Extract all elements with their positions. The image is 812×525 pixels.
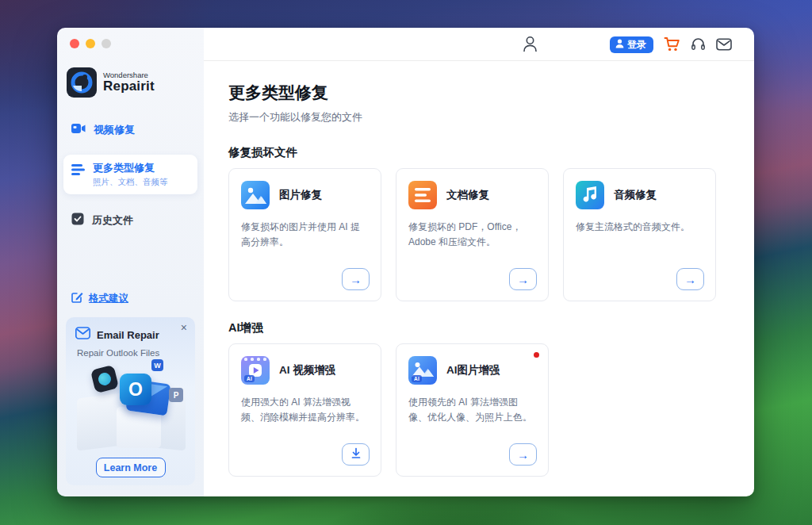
card-audio-repair[interactable]: 音频修复 修复主流格式的音频文件。 → bbox=[563, 168, 716, 301]
cart-icon[interactable] bbox=[664, 36, 680, 52]
mail-icon[interactable] bbox=[716, 38, 732, 51]
arrow-right-icon: → bbox=[350, 273, 362, 286]
promo-subtitle: Repair Outlook Files bbox=[77, 348, 186, 358]
card-description: 修复损坏的图片并使用 AI 提高分辨率。 bbox=[241, 220, 369, 250]
list-lines-icon bbox=[71, 163, 85, 178]
history-check-icon bbox=[71, 213, 84, 228]
ai-label: AI bbox=[412, 375, 422, 382]
close-window-button[interactable] bbox=[70, 39, 79, 48]
card-title: 图片修复 bbox=[279, 188, 322, 202]
brand-logo: Wondershare Repairit bbox=[67, 67, 204, 98]
user-icon bbox=[615, 39, 624, 51]
support-headset-icon[interactable] bbox=[691, 37, 706, 52]
promo-illustration: O W P bbox=[75, 361, 186, 445]
open-ai-image-enhance-button[interactable]: → bbox=[509, 443, 537, 466]
envelope-icon bbox=[75, 327, 90, 343]
minimize-window-button[interactable] bbox=[86, 39, 95, 48]
open-audio-repair-button[interactable]: → bbox=[676, 268, 704, 290]
edit-pencil-icon bbox=[71, 291, 83, 306]
sidebar-item-label: 更多类型修复 bbox=[93, 161, 168, 175]
card-document-repair[interactable]: 文档修复 修复损坏的 PDF，Office，Adobe 和压缩文件。 → bbox=[396, 168, 549, 301]
image-repair-icon bbox=[241, 181, 270, 209]
card-title: AI 视频增强 bbox=[279, 363, 335, 377]
open-document-repair-button[interactable]: → bbox=[509, 268, 537, 290]
format-suggestion-link[interactable]: 格式建议 bbox=[71, 291, 204, 306]
app-window: Wondershare Repairit 视频修复 更多类型修复 照片、文档、音… bbox=[57, 28, 754, 496]
sidebar-nav: 视频修复 更多类型修复 照片、文档、音频等 历史文件 bbox=[57, 98, 204, 229]
arrow-right-icon: → bbox=[517, 273, 529, 286]
card-description: 修复主流格式的音频文件。 bbox=[576, 220, 703, 235]
card-title: 文档修复 bbox=[446, 188, 489, 202]
repairit-logo-icon bbox=[67, 67, 97, 98]
new-badge-dot bbox=[534, 352, 539, 358]
sidebar: Wondershare Repairit 视频修复 更多类型修复 照片、文档、音… bbox=[57, 28, 204, 496]
card-title: 音频修复 bbox=[614, 188, 657, 202]
format-suggestion-label: 格式建议 bbox=[89, 292, 128, 305]
account-icon[interactable] bbox=[523, 36, 538, 52]
ai-cards-row: AI AI 视频增强 使用强大的 AI 算法增强视频、消除模糊并提高分辨率。 bbox=[228, 343, 730, 477]
ai-label: AI bbox=[244, 375, 255, 382]
card-image-repair[interactable]: 图片修复 修复损坏的图片并使用 AI 提高分辨率。 → bbox=[228, 168, 381, 301]
traffic-lights bbox=[57, 28, 204, 48]
sidebar-item-more-types-repair[interactable]: 更多类型修复 照片、文档、音频等 bbox=[63, 155, 197, 194]
document-repair-icon bbox=[408, 181, 437, 209]
learn-more-button[interactable]: Learn More bbox=[96, 458, 166, 477]
section-heading-repair-corrupted: 修复损坏文件 bbox=[228, 145, 730, 160]
ai-image-enhance-icon: AI bbox=[408, 356, 437, 385]
video-camera-icon bbox=[71, 123, 86, 137]
sidebar-item-history-files[interactable]: 历史文件 bbox=[57, 212, 204, 229]
content-area: 更多类型修复 选择一个功能以修复您的文件 修复损坏文件 图片修复 修复损坏的图片… bbox=[204, 61, 754, 477]
topbar: 登录 bbox=[204, 28, 754, 61]
main-panel: 登录 更多类型修复 选择一个功能以修复您的文件 修复损坏文件 bbox=[204, 28, 754, 496]
repair-cards-row: 图片修复 修复损坏的图片并使用 AI 提高分辨率。 → 文档修复 修复损坏的 P… bbox=[228, 168, 730, 301]
outlook-icon: O bbox=[120, 374, 151, 405]
email-repair-promo-card[interactable]: × Email Repair Repair Outlook Files O W … bbox=[66, 317, 195, 485]
card-description: 使用领先的 AI 算法增强图像、优化人像、为照片上色。 bbox=[408, 395, 536, 425]
card-title: AI图片增强 bbox=[446, 363, 500, 377]
zoom-window-button[interactable] bbox=[102, 39, 111, 48]
card-ai-image-enhance[interactable]: AI AI图片增强 使用领先的 AI 算法增强图像、优化人像、为照片上色。 → bbox=[396, 343, 549, 477]
audio-repair-icon bbox=[576, 181, 604, 209]
login-label: 登录 bbox=[627, 38, 646, 52]
card-description: 使用强大的 AI 算法增强视频、消除模糊并提高分辨率。 bbox=[241, 395, 369, 425]
sidebar-item-label: 历史文件 bbox=[92, 213, 133, 228]
sidebar-item-video-repair[interactable]: 视频修复 bbox=[57, 121, 204, 139]
card-description: 修复损坏的 PDF，Office，Adobe 和压缩文件。 bbox=[408, 220, 536, 250]
login-button[interactable]: 登录 bbox=[610, 36, 653, 53]
powerpoint-icon: P bbox=[169, 388, 183, 402]
page-subtitle: 选择一个功能以修复您的文件 bbox=[228, 110, 730, 125]
sidebar-item-sublabel: 照片、文档、音频等 bbox=[93, 177, 168, 188]
arrow-right-icon: → bbox=[684, 273, 696, 286]
arrow-right-icon: → bbox=[517, 448, 529, 462]
ai-video-enhance-icon: AI bbox=[241, 356, 270, 385]
download-ai-video-button[interactable] bbox=[342, 443, 370, 466]
repairit-app-icon bbox=[90, 365, 119, 393]
close-icon[interactable]: × bbox=[181, 322, 187, 333]
promo-title: Email Repair bbox=[97, 329, 159, 341]
card-ai-video-enhance[interactable]: AI AI 视频增强 使用强大的 AI 算法增强视频、消除模糊并提高分辨率。 bbox=[228, 343, 381, 477]
sidebar-item-label: 视频修复 bbox=[94, 123, 135, 137]
page-title: 更多类型修复 bbox=[228, 82, 730, 104]
brand-product: Repairit bbox=[103, 79, 155, 94]
section-heading-ai-enhance: AI增强 bbox=[228, 320, 730, 335]
open-image-repair-button[interactable]: → bbox=[342, 268, 370, 290]
word-icon: W bbox=[151, 359, 163, 371]
download-icon bbox=[350, 447, 362, 462]
